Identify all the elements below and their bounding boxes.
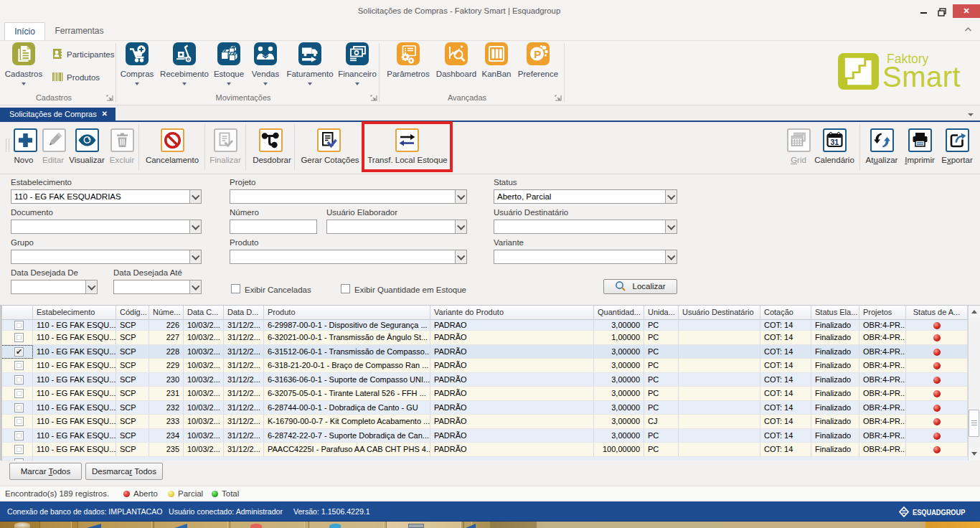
svg-text:31: 31 [831, 138, 839, 146]
svg-text:P: P [534, 48, 541, 60]
svg-text:ESQUADGROUP: ESQUADGROUP [913, 508, 966, 517]
